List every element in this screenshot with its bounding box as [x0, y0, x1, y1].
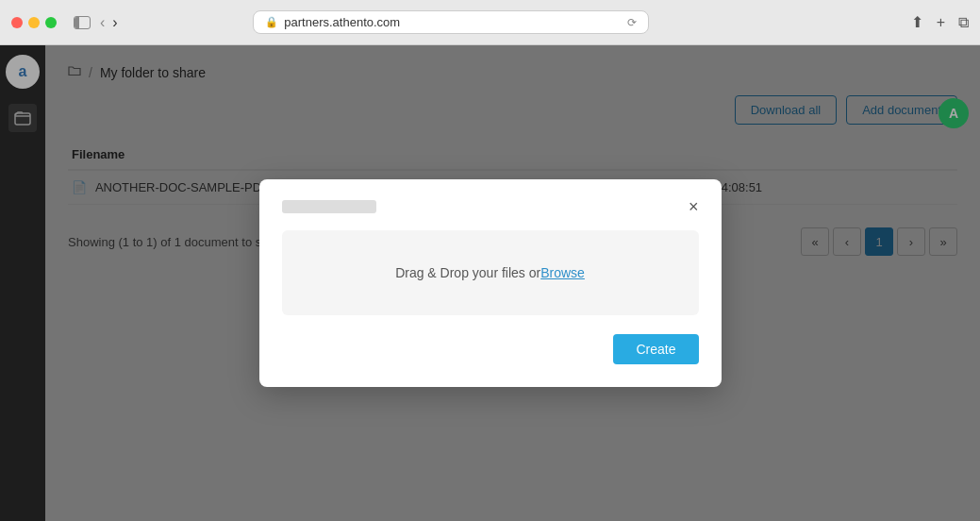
- modal-title: [282, 200, 376, 213]
- browser-nav: ‹ ›: [100, 14, 118, 31]
- close-traffic-light[interactable]: [11, 17, 23, 28]
- create-button[interactable]: Create: [613, 334, 698, 364]
- browse-link[interactable]: Browse: [540, 265, 585, 280]
- modal-footer: Create: [282, 334, 699, 364]
- browser-actions: ⬆ + ⧉: [911, 13, 969, 31]
- drop-zone-text: Drag & Drop your files or: [395, 265, 540, 280]
- browser-chrome: ‹ › 🔒 partners.athento.com ⟳ ⬆ + ⧉: [0, 0, 980, 45]
- back-button[interactable]: ‹: [100, 14, 105, 31]
- address-bar[interactable]: 🔒 partners.athento.com ⟳: [253, 10, 649, 34]
- new-tab-icon[interactable]: +: [937, 14, 945, 31]
- share-icon[interactable]: ⬆: [911, 13, 923, 31]
- fullscreen-traffic-light[interactable]: [45, 17, 57, 28]
- forward-button[interactable]: ›: [112, 14, 117, 31]
- modal-header: ×: [282, 198, 699, 215]
- app-container: a / My folder to share Download all Add: [0, 45, 980, 521]
- sidebar-toggle-icon[interactable]: [74, 16, 91, 29]
- url-text: partners.athento.com: [284, 15, 400, 29]
- traffic-lights: [11, 17, 57, 28]
- reload-icon[interactable]: ⟳: [627, 16, 637, 29]
- modal-overlay: × Drag & Drop your files or Browse Creat…: [0, 45, 980, 521]
- minimize-traffic-light[interactable]: [28, 17, 40, 28]
- lock-icon: 🔒: [265, 16, 278, 28]
- tabs-icon[interactable]: ⧉: [958, 14, 969, 31]
- upload-modal: × Drag & Drop your files or Browse Creat…: [259, 179, 722, 387]
- drop-zone[interactable]: Drag & Drop your files or Browse: [282, 230, 699, 315]
- modal-close-button[interactable]: ×: [689, 198, 699, 215]
